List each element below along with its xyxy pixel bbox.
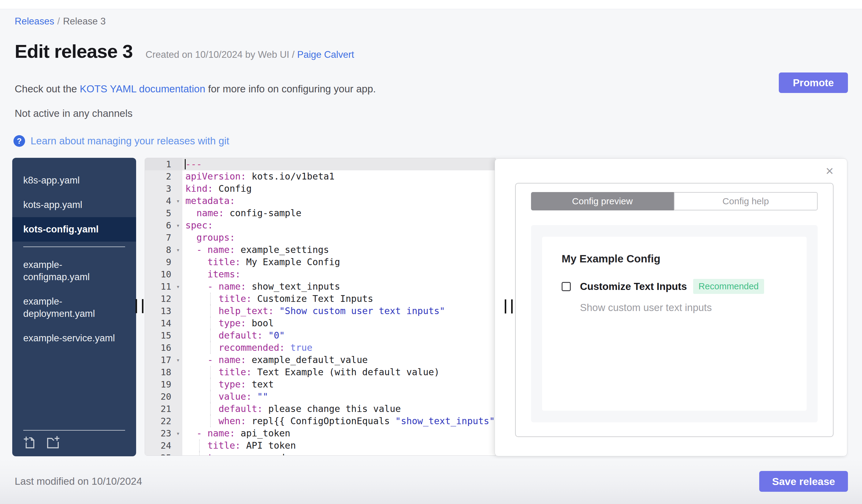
- code-line[interactable]: 5 name: config-sample: [145, 207, 495, 219]
- token-key: default:: [218, 403, 263, 414]
- fold-arrow-icon[interactable]: ▾: [176, 244, 180, 256]
- line-number: 25: [145, 452, 182, 456]
- tab-config-help[interactable]: Config help: [674, 192, 818, 210]
- code-line-content[interactable]: - name: example_default_value: [182, 354, 495, 366]
- code-line-content[interactable]: default: "0": [182, 329, 495, 342]
- code-line-content[interactable]: type: password: [182, 452, 495, 456]
- file-item-example-service.yaml[interactable]: example-service.yaml: [12, 326, 136, 350]
- git-help-row: ? Learn about managing your releases wit…: [13, 135, 229, 147]
- code-line-content[interactable]: type: text: [182, 378, 495, 390]
- code-line[interactable]: 8▾ - name: example_settings: [145, 244, 495, 256]
- code-line-content[interactable]: type: bool: [182, 317, 495, 329]
- token-sp: [185, 416, 218, 426]
- save-release-button[interactable]: Save release: [759, 471, 848, 492]
- line-number: 13: [145, 305, 182, 317]
- code-line-content[interactable]: items:: [182, 268, 495, 280]
- code-line-content[interactable]: default: please change this value: [182, 403, 495, 415]
- code-line-content[interactable]: ---: [182, 158, 495, 170]
- code-line[interactable]: 20 value: "": [145, 390, 495, 403]
- new-folder-icon[interactable]: [46, 436, 60, 450]
- bottom-action-bar: Last modified on 10/10/2024 Save release: [0, 459, 862, 504]
- code-line-content[interactable]: when: repl{{ ConfigOptionEquals "show_te…: [182, 415, 495, 427]
- code-line-content[interactable]: help_text: "Show custom user text inputs…: [182, 305, 495, 317]
- author-link[interactable]: Paige Calvert: [297, 49, 354, 60]
- code-line[interactable]: 22 when: repl{{ ConfigOptionEquals "show…: [145, 415, 495, 427]
- yaml-code-editor[interactable]: 1---2apiVersion: kots.io/v1beta13kind: C…: [145, 158, 496, 456]
- token-val: please change this value: [263, 403, 401, 414]
- code-line[interactable]: 4▾metadata:: [145, 195, 495, 207]
- code-line[interactable]: 3kind: Config: [145, 183, 495, 195]
- token-key: title:: [207, 440, 240, 451]
- code-line[interactable]: 19 type: text: [145, 378, 495, 390]
- line-number: 6▾: [145, 219, 182, 231]
- code-line[interactable]: 1---: [145, 158, 495, 170]
- token-key: value:: [218, 391, 251, 402]
- code-line[interactable]: 14 type: bool: [145, 317, 495, 329]
- code-line[interactable]: 17▾ - name: example_default_value: [145, 354, 495, 366]
- title-row: Edit release 3 Created on 10/10/2024 by …: [15, 40, 354, 62]
- code-line[interactable]: 15 default: "0": [145, 329, 495, 342]
- code-line[interactable]: 6▾spec:: [145, 219, 495, 231]
- code-line[interactable]: 9 title: My Example Config: [145, 256, 495, 268]
- git-releases-link[interactable]: Learn about managing your releases with …: [30, 135, 229, 147]
- token-sp: [185, 391, 218, 402]
- code-line-content[interactable]: title: API token: [182, 439, 495, 452]
- fold-arrow-icon[interactable]: ▾: [176, 219, 180, 231]
- file-item-kots-app.yaml[interactable]: kots-app.yaml: [12, 193, 136, 217]
- code-line-content[interactable]: - name: example_settings: [182, 244, 495, 256]
- code-line[interactable]: 12 title: Customize Text Inputs: [145, 293, 495, 305]
- code-line[interactable]: 10 items:: [145, 268, 495, 280]
- new-file-icon[interactable]: [23, 436, 37, 450]
- token-val: example_default_value: [246, 355, 368, 365]
- code-line-content[interactable]: kind: Config: [182, 183, 495, 195]
- indent-guide: [210, 317, 211, 329]
- panel-resize-handle[interactable]: [505, 300, 513, 314]
- kots-yaml-docs-link[interactable]: KOTS YAML documentation: [80, 83, 205, 94]
- fold-arrow-icon[interactable]: ▾: [176, 195, 180, 207]
- code-line[interactable]: 7 groups:: [145, 231, 495, 244]
- file-item-example-configmap.yaml[interactable]: example-configmap.yaml: [12, 253, 136, 289]
- tab-config-preview[interactable]: Config preview: [531, 192, 674, 210]
- code-line-content[interactable]: title: Customize Text Inputs: [182, 293, 495, 305]
- code-line-content[interactable]: groups:: [182, 231, 495, 244]
- code-line-content[interactable]: - name: show_text_inputs: [182, 280, 495, 293]
- fold-arrow-icon[interactable]: ▾: [176, 354, 180, 366]
- config-item-help-text: Show custom user text inputs: [580, 302, 787, 314]
- token-key: name:: [207, 244, 235, 255]
- file-item-kots-config.yaml[interactable]: kots-config.yaml: [12, 217, 136, 242]
- code-line[interactable]: 13 help_text: "Show custom user text inp…: [145, 305, 495, 317]
- code-line[interactable]: 2apiVersion: kots.io/v1beta1: [145, 170, 495, 183]
- code-line[interactable]: 24 title: API token: [145, 439, 495, 452]
- code-line-content[interactable]: - name: api_token: [182, 427, 495, 439]
- token-key: title:: [218, 367, 251, 377]
- token-sp: [185, 281, 207, 292]
- customize-text-inputs-checkbox[interactable]: [562, 282, 571, 291]
- code-line[interactable]: 18 title: Text Example (with default val…: [145, 366, 495, 378]
- code-line-content[interactable]: value: "": [182, 390, 495, 403]
- code-line-content[interactable]: title: Text Example (with default value): [182, 366, 495, 378]
- code-line[interactable]: 25 type: password: [145, 452, 495, 456]
- code-line-content[interactable]: title: My Example Config: [182, 256, 495, 268]
- token-sp: [185, 256, 207, 267]
- code-line[interactable]: 23▾ - name: api_token: [145, 427, 495, 439]
- code-line[interactable]: 11▾ - name: show_text_inputs: [145, 280, 495, 293]
- code-line-content[interactable]: spec:: [182, 219, 495, 231]
- fold-arrow-icon[interactable]: ▾: [176, 280, 180, 293]
- token-sp: [185, 232, 196, 243]
- fold-arrow-icon[interactable]: ▾: [176, 427, 180, 439]
- token-sp: [185, 330, 218, 341]
- sidebar-resize-handle[interactable]: [135, 299, 143, 313]
- code-line-content[interactable]: apiVersion: kots.io/v1beta1: [182, 170, 495, 183]
- code-line[interactable]: 16 recommended: true: [145, 342, 495, 354]
- indent-guide: [210, 415, 211, 427]
- code-line-content[interactable]: name: config-sample: [182, 207, 495, 219]
- file-item-k8s-app.yaml[interactable]: k8s-app.yaml: [12, 168, 136, 193]
- promote-button[interactable]: Promote: [779, 72, 848, 93]
- code-line[interactable]: 21 default: please change this value: [145, 403, 495, 415]
- code-line-content[interactable]: metadata:: [182, 195, 495, 207]
- token-dash: -: [196, 244, 207, 255]
- code-line-content[interactable]: recommended: true: [182, 342, 495, 354]
- close-icon[interactable]: ×: [826, 164, 834, 178]
- breadcrumb-releases-link[interactable]: Releases: [15, 16, 54, 27]
- file-item-example-deployment.yaml[interactable]: example-deployment.yaml: [12, 289, 136, 326]
